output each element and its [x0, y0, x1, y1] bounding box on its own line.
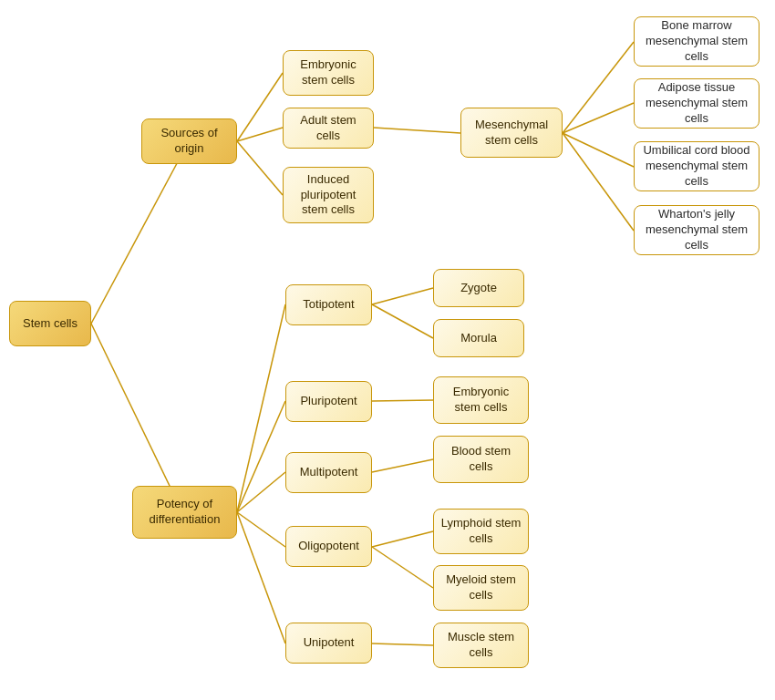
node-zygote: Zygote	[433, 269, 524, 307]
node-unipotent: Unipotent	[285, 623, 372, 664]
svg-line-13	[237, 512, 285, 547]
svg-line-14	[237, 512, 285, 643]
node-oligopotent: Oligopotent	[285, 526, 372, 567]
svg-line-3	[237, 128, 283, 141]
node-adult: Adult stem cells	[283, 108, 374, 149]
svg-line-19	[372, 531, 433, 547]
svg-line-7	[563, 103, 634, 133]
node-sources: Sources of origin	[141, 118, 237, 164]
svg-line-5	[374, 128, 460, 133]
node-mesenchymal: Mesenchymal stem cells	[460, 108, 563, 158]
svg-line-10	[237, 304, 285, 512]
node-myeloid: Myeloid stem cells	[433, 565, 529, 611]
node-multipotent: Multipotent	[285, 452, 372, 493]
node-bone-marrow: Bone marrow mesenchymal stem cells	[634, 16, 760, 67]
svg-line-11	[237, 401, 285, 512]
svg-line-1	[91, 324, 182, 512]
svg-line-17	[372, 400, 433, 401]
svg-line-2	[237, 73, 283, 141]
node-totipotent: Totipotent	[285, 284, 372, 325]
diagram: Stem cells Sources of origin Embryonic s…	[0, 0, 775, 700]
node-umbilical: Umbilical cord blood mesenchymal stem ce…	[634, 141, 760, 191]
node-embryonic-pot: Embryonic stem cells	[433, 376, 529, 424]
node-potency: Potency of differentiation	[132, 486, 237, 539]
svg-line-21	[372, 643, 433, 645]
svg-line-6	[563, 42, 634, 133]
node-morula: Morula	[433, 319, 524, 357]
svg-line-0	[91, 141, 189, 324]
node-muscle: Muscle stem cells	[433, 623, 529, 668]
svg-line-12	[237, 472, 285, 512]
svg-line-9	[563, 133, 634, 231]
node-adipose: Adipose tissue mesenchymal stem cells	[634, 78, 760, 129]
svg-line-20	[372, 547, 433, 588]
svg-line-18	[372, 459, 433, 472]
node-whartons: Wharton's jelly mesenchymal stem cells	[634, 205, 760, 255]
node-stem-cells: Stem cells	[9, 301, 91, 346]
node-blood: Blood stem cells	[433, 436, 529, 483]
node-induced: Induced pluripotent stem cells	[283, 167, 374, 223]
svg-line-8	[563, 133, 634, 167]
svg-line-16	[372, 304, 433, 338]
svg-line-15	[372, 288, 433, 304]
node-embryonic-src: Embryonic stem cells	[283, 50, 374, 96]
node-lymphoid: Lymphoid stem cells	[433, 509, 529, 554]
svg-line-4	[237, 141, 283, 195]
node-pluripotent: Pluripotent	[285, 381, 372, 422]
